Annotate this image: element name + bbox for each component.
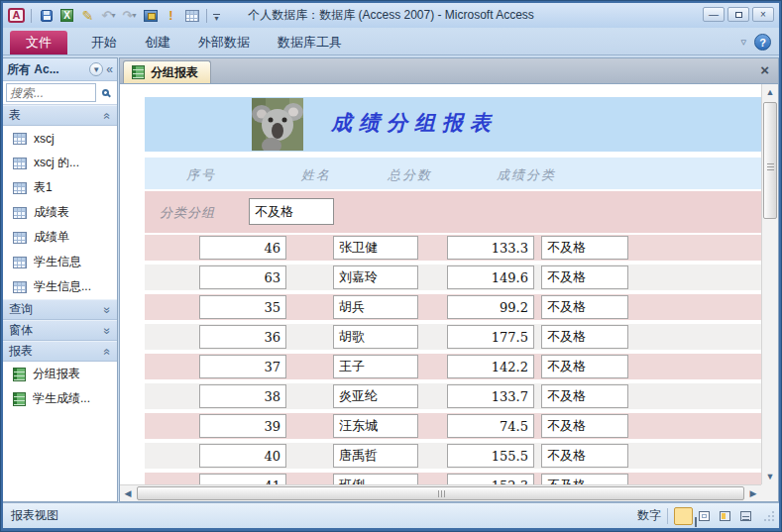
cell-seq: 39 <box>199 414 286 438</box>
nav-section-tables[interactable]: 表 « <box>3 105 117 126</box>
tab-external-data[interactable]: 外部数据 <box>184 31 264 54</box>
help-button[interactable]: ? <box>754 34 771 51</box>
excel-export-icon[interactable]: X <box>58 8 75 24</box>
table-row: 38 炎亚纶 133.7 不及格 <box>145 383 761 409</box>
access-logo-icon[interactable]: A <box>8 8 25 23</box>
horizontal-scrollbar[interactable]: ◀ ▶ <box>120 484 761 501</box>
column-header-name: 姓名 <box>301 166 331 184</box>
column-header-score: 总分数 <box>388 166 432 184</box>
ribbon-collapse-icon[interactable]: ▿ <box>740 36 746 49</box>
tab-home[interactable]: 开始 <box>77 31 131 54</box>
separator <box>31 9 32 23</box>
search-input[interactable] <box>6 83 96 102</box>
cell-score: 177.5 <box>447 325 534 349</box>
tab-grouped-report[interactable]: 分组报表 <box>123 60 211 83</box>
tab-close-button[interactable]: × <box>760 62 769 77</box>
run-icon[interactable]: ! <box>163 8 179 24</box>
vertical-scroll-thumb[interactable] <box>763 102 777 219</box>
table-icon <box>13 158 27 169</box>
cell-seq: 41 <box>199 474 286 484</box>
table-row: 39 汪东城 74.5 不及格 <box>145 413 761 439</box>
tab-file[interactable]: 文件 <box>10 31 67 54</box>
table-row: 46 张卫健 133.3 不及格 <box>145 235 761 261</box>
scroll-left-arrow[interactable]: ◀ <box>120 485 136 501</box>
nav-section-forms[interactable]: 窗体 » <box>3 320 117 341</box>
nav-section-queries[interactable]: 查询 » <box>3 299 117 320</box>
nav-pane-title: 所有 Ac... <box>7 61 89 78</box>
cell-category: 不及格 <box>541 444 628 468</box>
chevron-up-icon[interactable]: « <box>101 112 115 119</box>
cell-category: 不及格 <box>541 414 628 438</box>
cell-name: 汪东城 <box>333 414 418 438</box>
statusbar-print-preview-button[interactable] <box>695 507 714 525</box>
cell-score: 133.7 <box>447 384 534 408</box>
tab-database-tools[interactable]: 数据库工具 <box>264 31 356 54</box>
report-title: 成绩分组报表 <box>331 109 498 137</box>
cell-category: 不及格 <box>541 295 628 319</box>
tab-create[interactable]: 创建 <box>131 31 184 54</box>
ribbon-tab-row: 文件 开始 创建 外部数据 数据库工具 ▿ ? <box>3 28 779 55</box>
resize-grip[interactable] <box>763 510 775 522</box>
scrollbar-corner <box>761 484 778 501</box>
vertical-scrollbar[interactable]: ▲ ▼ <box>761 84 778 484</box>
scroll-right-arrow[interactable]: ▶ <box>745 485 761 501</box>
restore-button[interactable] <box>727 7 749 22</box>
num-lock-indicator: 数字 <box>637 507 661 524</box>
cell-name: 胡兵 <box>333 295 418 319</box>
title-bar: A X ✎ ↶▾ ↷▾ ! ▾ 个人数据库：数据库 (Access 2007) … <box>3 3 779 28</box>
cell-name: 胡歌 <box>333 325 418 349</box>
sidebar-item-table[interactable]: xscj 的... <box>3 151 117 175</box>
table-row: 40 唐禹哲 155.5 不及格 <box>145 443 761 469</box>
nav-collapse-icon[interactable]: « <box>106 62 113 76</box>
cell-seq: 36 <box>199 325 286 349</box>
design-view-icon[interactable]: ✎ <box>79 8 96 24</box>
separator <box>206 9 207 23</box>
cell-seq: 38 <box>199 384 286 408</box>
save-icon[interactable] <box>38 8 55 24</box>
column-header-category: 成绩分类 <box>497 166 556 184</box>
search-icon[interactable] <box>96 89 114 96</box>
scroll-up-arrow[interactable]: ▲ <box>762 84 778 100</box>
sidebar-item-table[interactable]: 成绩表 <box>3 200 117 225</box>
koala-image <box>252 98 303 151</box>
table-icon <box>13 182 27 194</box>
table-icon <box>13 257 27 268</box>
sidebar-item-table[interactable]: 表1 <box>3 175 117 200</box>
table-icon[interactable] <box>183 8 200 24</box>
cell-name: 炎亚纶 <box>333 384 418 408</box>
statusbar-layout-view-button[interactable] <box>716 507 734 525</box>
nav-dropdown-icon[interactable]: ▼ <box>89 62 103 76</box>
report-view: 成绩分组报表 序号 姓名 总分数 成绩分类 分类分组 不及格 <box>120 84 761 484</box>
report-icon <box>13 392 26 406</box>
horizontal-scroll-thumb[interactable] <box>137 486 744 500</box>
sidebar-item-table[interactable]: xscj <box>3 126 117 151</box>
chevron-up-icon[interactable]: « <box>101 348 115 355</box>
sidebar-item-table[interactable]: 成绩单 <box>3 225 117 250</box>
minimize-button[interactable]: — <box>703 7 725 22</box>
qat-customize-icon[interactable]: ▾ <box>213 11 220 21</box>
statusbar-design-view-button[interactable] <box>736 507 755 525</box>
nav-section-reports[interactable]: 报表 « <box>3 341 117 362</box>
chevron-down-icon[interactable]: » <box>101 327 115 334</box>
status-bar: 报表视图 数字 <box>3 502 779 528</box>
nav-pane-header[interactable]: 所有 Ac... ▼ « <box>3 58 117 81</box>
statusbar-report-view-button[interactable] <box>674 507 693 525</box>
cell-seq: 63 <box>199 266 286 289</box>
sidebar-item-table[interactable]: 学生信息... <box>3 274 117 299</box>
redo-icon: ↷▾ <box>121 8 138 24</box>
scroll-down-arrow[interactable]: ▼ <box>762 469 778 484</box>
cell-score: 155.5 <box>447 444 534 468</box>
image-window-icon[interactable] <box>142 8 159 24</box>
close-button[interactable]: × <box>752 7 774 22</box>
chevron-down-icon[interactable]: » <box>101 306 115 313</box>
document-area: 分组报表 × <box>119 57 779 502</box>
navigation-pane: 所有 Ac... ▼ « 表 « xscj <box>3 57 118 502</box>
cell-name: 刘嘉玲 <box>333 266 418 289</box>
report-rows: 46 张卫健 133.3 不及格 63 刘嘉玲 149.6 <box>145 235 761 484</box>
cell-seq: 40 <box>199 444 286 468</box>
nav-report-list: 分组报表 学生成绩... <box>3 362 117 411</box>
sidebar-item-report[interactable]: 分组报表 <box>3 362 117 386</box>
view-name-label: 报表视图 <box>3 507 637 524</box>
sidebar-item-table[interactable]: 学生信息 <box>3 250 117 274</box>
sidebar-item-report[interactable]: 学生成绩... <box>3 386 117 411</box>
